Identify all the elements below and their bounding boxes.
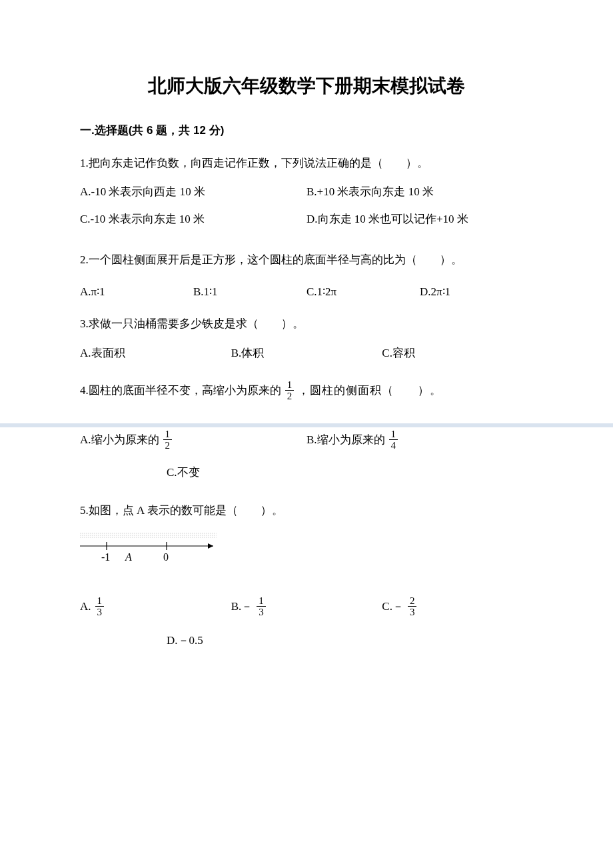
fraction-icon: 1 4: [389, 429, 398, 451]
q5-frac2-num: 1: [257, 595, 266, 607]
number-line-icon: -1 A 0: [80, 533, 227, 566]
nl-label-minus1: -1: [101, 551, 110, 563]
fraction-icon: 1 3: [257, 595, 266, 618]
q5-frac1-num: 1: [95, 595, 105, 607]
question-5-text: 5.如图，点 A 表示的数可能是（ ）。: [80, 501, 533, 519]
q3-option-c: C.容积: [382, 345, 533, 361]
q3-option-b: B.体积: [231, 345, 382, 361]
q1-option-b: B.+10 米表示向东走 10 米: [306, 184, 533, 199]
q2-option-d: D.2π∶1: [420, 285, 533, 299]
question-5-options-abc: A. 1 3 B.－ 1 3 C.－ 2 3: [80, 595, 533, 618]
question-2-options: A.π∶1 B.1∶1 C.1∶2π D.2π∶1: [80, 285, 533, 299]
q4-frac2-den: 2: [163, 440, 173, 451]
q5-option-c: C.－ 2 3: [382, 595, 533, 618]
question-3-options: A.表面积 B.体积 C.容积: [80, 345, 533, 361]
fraction-icon: 1 3: [95, 595, 105, 618]
q1-option-c: C.-10 米表示向东走 10 米: [80, 211, 306, 227]
q3-option-a: A.表面积: [80, 345, 231, 361]
q4-pre: 4.圆柱的底面半径不变，高缩小为原来的: [80, 381, 281, 399]
nl-label-zero: 0: [163, 551, 169, 563]
q4-frac1-num: 1: [285, 379, 295, 391]
q4-frac3-den: 4: [389, 440, 398, 451]
decorative-shade-band: [0, 423, 613, 427]
question-1-options: A.-10 米表示向西走 10 米 B.+10 米表示向东走 10 米 C.-1…: [80, 184, 533, 239]
q4-a-pre: A.缩小为原来的: [80, 432, 159, 447]
q4-option-a: A.缩小为原来的 1 2: [80, 429, 306, 451]
fraction-icon: 1 2: [163, 429, 173, 451]
section-1-header: 一.选择题(共 6 题，共 12 分): [80, 123, 533, 138]
q2-option-a: A.π∶1: [80, 285, 193, 299]
q4-post: ，圆柱的侧面积（ ）。: [298, 381, 442, 399]
q4-b-pre: B.缩小为原来的: [306, 432, 385, 447]
fraction-icon: 1 2: [285, 379, 295, 402]
q2-option-c: C.1∶2π: [306, 285, 420, 299]
q4-frac3-num: 1: [389, 429, 398, 441]
question-2-text: 2.一个圆柱侧面展开后是正方形，这个圆柱的底面半径与高的比为（ ）。: [80, 251, 533, 269]
q4-option-c: C.不变: [167, 463, 533, 481]
q5-c-pre: C.－: [382, 599, 404, 614]
nl-label-a: A: [125, 551, 132, 563]
svg-marker-3: [208, 543, 213, 549]
fraction-icon: 2 3: [408, 595, 417, 618]
q5-frac1-den: 3: [95, 607, 105, 618]
q5-frac2-den: 3: [257, 607, 266, 618]
q4-option-b: B.缩小为原来的 1 4: [306, 429, 533, 451]
q5-a-pre: A.: [80, 600, 91, 613]
svg-rect-1: [80, 533, 217, 538]
question-4-options-ab: A.缩小为原来的 1 2 B.缩小为原来的 1 4: [80, 429, 533, 451]
q5-option-a: A. 1 3: [80, 595, 231, 618]
number-line-figure: -1 A 0: [80, 533, 533, 569]
q5-frac3-den: 3: [408, 607, 417, 618]
q4-frac2-num: 1: [163, 429, 173, 441]
question-1-text: 1.把向东走记作负数，向西走记作正数，下列说法正确的是（ ）。: [80, 154, 533, 172]
q5-option-b: B.－ 1 3: [231, 595, 382, 618]
q4-frac1-den: 2: [285, 391, 295, 402]
q5-option-d: D.－0.5: [167, 631, 533, 649]
q1-option-a: A.-10 米表示向西走 10 米: [80, 184, 306, 199]
question-4-text: 4.圆柱的底面半径不变，高缩小为原来的 1 2 ，圆柱的侧面积（ ）。: [80, 379, 533, 402]
page-title: 北师大版六年级数学下册期末模拟试卷: [80, 73, 533, 99]
question-3-text: 3.求做一只油桶需要多少铁皮是求（ ）。: [80, 315, 533, 333]
q5-frac3-num: 2: [408, 595, 417, 607]
q5-b-pre: B.－: [231, 599, 253, 614]
q2-option-b: B.1∶1: [193, 285, 306, 299]
q1-option-d: D.向东走 10 米也可以记作+10 米: [306, 211, 533, 227]
